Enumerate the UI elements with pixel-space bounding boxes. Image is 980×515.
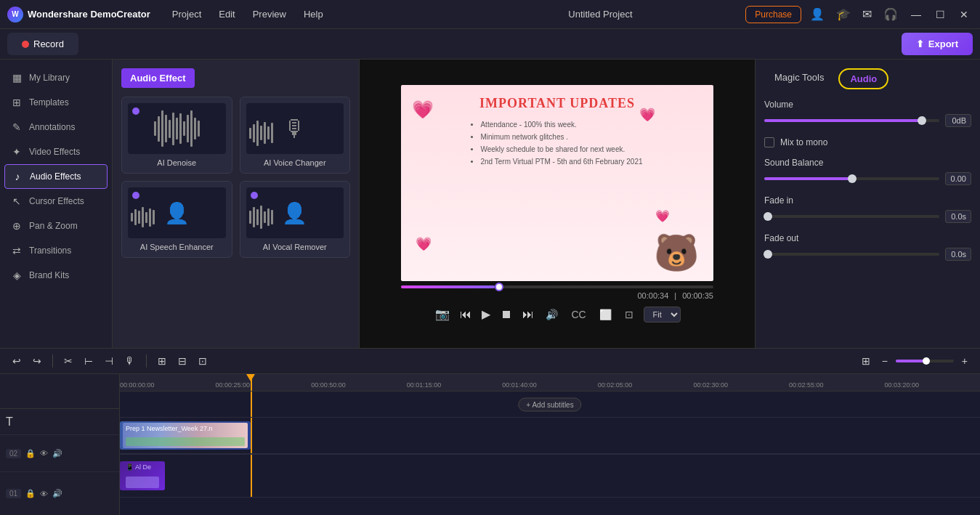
add-track-tool[interactable]: ⊞ xyxy=(154,353,170,369)
stop-button[interactable]: ⏹ xyxy=(499,307,514,323)
menu-project[interactable]: Project xyxy=(165,6,208,23)
headset-icon[interactable]: 🎧 xyxy=(880,4,901,24)
cut-tool[interactable]: ✂ xyxy=(60,353,76,369)
ruler-spacer xyxy=(0,392,119,409)
sidebar-label-pan-zoom: Pan & Zoom xyxy=(29,221,78,231)
effect-card-ai-denoise[interactable]: AI Denoise xyxy=(121,97,232,174)
video-clip-01[interactable]: Prep 1 Newsletter_Week 27.n xyxy=(120,421,251,450)
heart-decoration-1: 💗 xyxy=(412,100,434,120)
sound-balance-label: Sound Balance xyxy=(764,158,971,168)
volume-slider-fill xyxy=(764,119,922,122)
export-button[interactable]: ⬆ Export xyxy=(902,33,973,55)
sidebar-item-audio-effects[interactable]: ♪ Audio Effects xyxy=(4,164,108,189)
ruler-mark-4: 00:01:40:00 xyxy=(502,381,598,389)
fade-in-slider-thumb[interactable] xyxy=(764,212,772,221)
waveform-ai-denoise xyxy=(154,110,200,147)
lock-icon-01[interactable]: 🔒 xyxy=(25,489,36,498)
sidebar-item-pan-zoom[interactable]: ⊕ Pan & Zoom xyxy=(0,214,112,238)
eye-icon-02[interactable]: 👁 xyxy=(40,449,48,458)
ruler-mark-5: 00:02:05:00 xyxy=(598,381,694,389)
record-button[interactable]: Record xyxy=(7,33,78,55)
preview-time-current: 00:00:34 xyxy=(637,291,668,300)
sidebar-label-annotations: Annotations xyxy=(29,122,75,132)
fade-out-section: Fade out 0.0s xyxy=(764,233,971,261)
next-frame-button[interactable]: ⏭ xyxy=(521,307,535,323)
volume-section: Volume 0dB xyxy=(764,100,971,127)
preview-timeline-bar: 00:00:34 | 00:00:35 xyxy=(401,285,713,300)
timeline-tracks-area: 00:00:00:00 00:00:25:00 00:00:50:00 00:0… xyxy=(120,374,980,515)
record-dot xyxy=(22,41,29,48)
undo-button[interactable]: ↩ xyxy=(9,353,25,369)
close-button[interactable]: ✕ xyxy=(955,9,973,20)
effect-card-ai-voice-changer[interactable]: 🎙 AI Voice Changer xyxy=(240,97,351,174)
caption-icon[interactable]: CC xyxy=(568,307,588,322)
sound-balance-slider-track[interactable] xyxy=(764,177,939,180)
menu-help[interactable]: Help xyxy=(296,6,331,23)
lock-icon-02[interactable]: 🔒 xyxy=(25,449,36,458)
recordbar: Record ⬆ Export xyxy=(0,29,980,60)
maximize-button[interactable]: ☐ xyxy=(931,9,949,20)
audio-icon-02[interactable]: 🔊 xyxy=(52,449,62,458)
record-mic-tool[interactable]: 🎙 xyxy=(121,353,139,369)
account-icon[interactable]: 👤 xyxy=(807,4,827,24)
sidebar-item-transitions[interactable]: ⇄ Transitions xyxy=(0,238,112,263)
mail-icon[interactable]: ✉ xyxy=(859,4,875,24)
education-icon[interactable]: 🎓 xyxy=(833,4,854,24)
waveform-voice-changer xyxy=(249,115,341,151)
sidebar-item-video-effects[interactable]: ✦ Video Effects xyxy=(0,139,112,164)
crop-icon[interactable]: ⬜ xyxy=(596,307,615,322)
volume-value: 0dB xyxy=(945,114,971,127)
sidebar-item-my-library[interactable]: ▦ My Library xyxy=(0,65,112,90)
screenshot-button[interactable]: 📷 xyxy=(434,306,451,323)
volume-icon[interactable]: 🔊 xyxy=(543,307,561,322)
fade-in-slider-track[interactable] xyxy=(764,215,939,218)
trim-tool[interactable]: ⊢ xyxy=(81,353,97,369)
menu-edit[interactable]: Edit xyxy=(211,6,242,23)
zoom-slider-track[interactable] xyxy=(896,360,954,362)
volume-slider-thumb[interactable] xyxy=(918,116,926,125)
zoom-slider-thumb[interactable] xyxy=(923,357,930,365)
play-button[interactable]: ▶ xyxy=(480,306,492,323)
effect-label-ai-voice-changer: AI Voice Changer xyxy=(246,158,344,167)
zoom-in-button[interactable]: + xyxy=(958,353,971,369)
effect-card-ai-vocal-remover[interactable]: 👤 AI Vocal Remover xyxy=(240,181,351,258)
audio-icon-01[interactable]: 🔊 xyxy=(52,489,62,498)
preview-progress-thumb[interactable] xyxy=(495,283,503,291)
fade-out-slider-thumb[interactable] xyxy=(764,250,772,259)
minimize-button[interactable]: — xyxy=(907,9,926,20)
add-media-button[interactable]: ⊞ xyxy=(858,353,874,369)
tab-magic-tools[interactable]: Magic Tools xyxy=(764,68,834,89)
eye-icon-01[interactable]: 👁 xyxy=(40,490,48,498)
audio-clip-01[interactable]: 📱 Al De xyxy=(120,461,165,491)
fade-out-slider-track[interactable] xyxy=(764,253,939,256)
video-effects-icon: ✦ xyxy=(10,146,23,158)
redo-button[interactable]: ↪ xyxy=(29,353,45,369)
mix-to-mono-checkbox[interactable] xyxy=(764,137,774,147)
add-subtitles-button[interactable]: + Add subtitles xyxy=(518,397,581,411)
preview-progress-track[interactable] xyxy=(401,285,713,288)
preview-title: IMPORTANT UPDATES xyxy=(479,96,635,111)
purchase-button[interactable]: Purchase xyxy=(745,6,801,23)
aspect-ratio-icon[interactable]: ⊡ xyxy=(622,307,636,322)
sidebar-item-templates[interactable]: ⊞ Templates xyxy=(0,90,112,115)
split-tool[interactable]: ⊣ xyxy=(101,353,117,369)
tab-audio[interactable]: Audio xyxy=(838,68,888,89)
sidebar-item-cursor-effects[interactable]: ↖ Cursor Effects xyxy=(0,189,112,214)
sidebar-item-brand-kits[interactable]: ◈ Brand Kits xyxy=(0,263,112,288)
sidebar-item-annotations[interactable]: ✎ Annotations xyxy=(0,115,112,139)
topbar-menu: Project Edit Preview Help xyxy=(165,6,455,23)
fit-select[interactable]: Fit xyxy=(644,307,681,323)
effect-card-ai-speech-enhancer[interactable]: 👤 AI Speech Enhancer xyxy=(121,181,232,258)
ruler-mark-2: 00:00:50:00 xyxy=(311,381,407,389)
zoom-out-button[interactable]: − xyxy=(878,353,891,369)
menu-preview[interactable]: Preview xyxy=(246,6,293,23)
sound-balance-slider-thumb[interactable] xyxy=(848,174,857,183)
prev-frame-button[interactable]: ⏮ xyxy=(458,307,473,323)
effect-label-ai-denoise: AI Denoise xyxy=(128,158,226,167)
purple-dot-ai-denoise xyxy=(132,108,139,115)
add-clip-tool[interactable]: ⊟ xyxy=(174,353,190,369)
clip-settings-tool[interactable]: ⊡ xyxy=(195,353,211,369)
timeline-ruler: 00:00:00:00 00:00:25:00 00:00:50:00 00:0… xyxy=(120,374,980,392)
ruler-mark-8: 00:03:20:00 xyxy=(885,381,981,389)
volume-slider-track[interactable] xyxy=(764,119,939,122)
